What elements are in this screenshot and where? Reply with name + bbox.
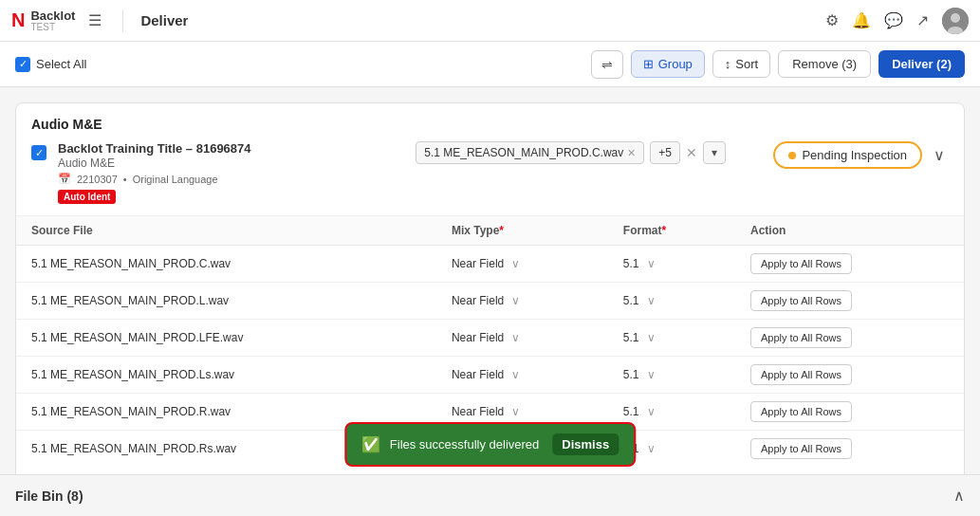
avatar[interactable]	[942, 8, 969, 34]
file-meta: 📅 2210307 • Original Language	[58, 173, 404, 185]
col-mix-type: Mix Type*	[436, 216, 608, 246]
col-source-file: Source File	[16, 216, 436, 246]
file-bin-bar: File Bin (8) ∧	[0, 474, 980, 516]
mix-value: Near Field	[452, 294, 504, 307]
chip-clear-icon[interactable]: ✕	[686, 145, 697, 160]
file-entry: ✓ Backlot Training Title – 81696874 Audi…	[31, 141, 949, 204]
chip-label: 5.1 ME_REASON_MAIN_PROD.C.wav	[424, 146, 623, 159]
apply-all-button[interactable]: Apply to All Rows	[750, 327, 852, 348]
chip-more[interactable]: +5	[650, 141, 680, 164]
file-title: Backlot Training Title – 81696874	[58, 141, 404, 156]
file-info: Backlot Training Title – 81696874 Audio …	[58, 141, 404, 204]
file-bin-chevron-icon[interactable]: ∧	[953, 487, 965, 505]
cell-action: Apply to All Rows	[735, 246, 964, 283]
chat-icon[interactable]: 💬	[884, 11, 903, 29]
group-button[interactable]: ⊞ Group	[631, 50, 705, 78]
sort-icon: ↕	[725, 57, 731, 71]
apply-all-button[interactable]: Apply to All Rows	[750, 290, 852, 311]
select-all-label: Select All	[36, 57, 86, 71]
remove-button[interactable]: Remove (3)	[778, 50, 871, 78]
apply-all-button[interactable]: Apply to All Rows	[750, 401, 852, 422]
cell-action: Apply to All Rows	[735, 320, 964, 357]
cell-format: 5.1 ∨	[608, 320, 735, 357]
cell-mix-type: Near Field ∨	[436, 357, 608, 394]
cell-action: Apply to All Rows	[735, 283, 964, 320]
cell-format: 5.1 ∨	[608, 283, 735, 320]
deliver-button[interactable]: Deliver (2)	[878, 50, 965, 78]
chip-dropdown[interactable]: ▾	[703, 141, 726, 164]
group-icon: ⊞	[643, 57, 654, 71]
cell-source-file: 5.1 ME_REASON_MAIN_PROD.L.wav	[16, 283, 436, 320]
dropdown-icon-2[interactable]: ∨	[647, 368, 656, 381]
app-logo[interactable]: N Backlot TEST	[11, 9, 75, 32]
toast-dismiss-button[interactable]: Dismiss	[552, 433, 619, 455]
table-row: 5.1 ME_REASON_MAIN_PROD.L.wav Near Field…	[16, 283, 964, 320]
bell-icon[interactable]: 🔔	[852, 11, 871, 29]
format-value: 5.1	[623, 331, 639, 344]
cell-action: Apply to All Rows	[735, 357, 964, 394]
col-format: Format*	[608, 216, 735, 246]
format-value: 5.1	[623, 368, 639, 381]
file-date: 2210307	[77, 174, 118, 185]
mix-value: Near Field	[452, 257, 504, 270]
separator: •	[123, 174, 127, 185]
table-header-row: Source File Mix Type* Format* Action	[16, 216, 964, 246]
nav-divider	[122, 9, 123, 32]
mix-value: Near Field	[452, 405, 504, 418]
dropdown-icon-2[interactable]: ∨	[647, 442, 656, 455]
status-dot	[788, 152, 796, 159]
group-label: Group	[658, 57, 693, 71]
dropdown-icon[interactable]: ∨	[511, 257, 520, 270]
required-indicator-2: *	[662, 224, 667, 237]
col-action: Action	[735, 216, 964, 246]
dropdown-icon[interactable]: ∨	[511, 405, 520, 418]
table-row: 5.1 ME_REASON_MAIN_PROD.C.wav Near Field…	[16, 246, 964, 283]
file-checkbox[interactable]: ✓	[31, 143, 46, 160]
sort-label: Sort	[735, 57, 758, 71]
dropdown-icon[interactable]: ∨	[511, 294, 520, 307]
apply-all-button[interactable]: Apply to All Rows	[750, 253, 852, 274]
top-nav: N Backlot TEST ☰ Deliver ⚙ 🔔 💬 ↗	[0, 0, 980, 42]
mix-value: Near Field	[452, 368, 504, 381]
external-link-icon[interactable]: ↗	[916, 11, 929, 29]
status-badge: Pending Inspection	[773, 141, 922, 169]
format-value: 5.1	[623, 405, 639, 418]
apply-all-button[interactable]: Apply to All Rows	[750, 364, 852, 385]
dropdown-icon[interactable]: ∨	[511, 331, 520, 344]
file-bin-label: File Bin (8)	[15, 488, 83, 504]
file-chip-main[interactable]: 5.1 ME_REASON_MAIN_PROD.C.wav ✕	[416, 141, 644, 164]
cell-mix-type: Near Field ∨	[436, 246, 608, 283]
select-all-checkbox[interactable]: ✓	[15, 57, 30, 72]
cell-format: 5.1 ∨	[608, 246, 735, 283]
brand-info: Backlot TEST	[30, 9, 75, 32]
dropdown-icon-2[interactable]: ∨	[647, 257, 656, 270]
expand-icon[interactable]: ∨	[930, 142, 949, 168]
file-chips: 5.1 ME_REASON_MAIN_PROD.C.wav ✕ +5 ✕ ▾	[416, 141, 762, 164]
cell-source-file: 5.1 ME_REASON_MAIN_PROD.LFE.wav	[16, 320, 436, 357]
dropdown-icon-2[interactable]: ∨	[647, 405, 656, 418]
chip-close-icon[interactable]: ✕	[627, 147, 636, 159]
file-subtitle: Audio M&E	[58, 157, 404, 170]
format-value: 5.1	[623, 294, 639, 307]
dropdown-icon-2[interactable]: ∨	[647, 294, 656, 307]
sort-button[interactable]: ↕ Sort	[712, 50, 770, 78]
hamburger-icon[interactable]: ☰	[84, 8, 105, 33]
cell-source-file: 5.1 ME_REASON_MAIN_PROD.Ls.wav	[16, 357, 436, 394]
format-value: 5.1	[623, 257, 639, 270]
svg-point-1	[951, 13, 960, 23]
auto-ident-tag: Auto Ident	[58, 190, 116, 204]
dropdown-icon[interactable]: ∨	[511, 368, 520, 381]
settings-icon[interactable]: ⚙	[825, 11, 839, 29]
filter-button[interactable]: ⇌	[591, 50, 623, 79]
cell-action: Apply to All Rows	[735, 394, 964, 431]
netflix-icon: N	[11, 9, 25, 31]
table-row: 5.1 ME_REASON_MAIN_PROD.LFE.wav Near Fie…	[16, 320, 964, 357]
page-title: Deliver	[140, 12, 188, 28]
nav-icons: ⚙ 🔔 💬 ↗	[825, 8, 969, 34]
cell-mix-type: Near Field ∨	[436, 283, 608, 320]
status-area: Pending Inspection ∨	[773, 141, 949, 169]
apply-all-button[interactable]: Apply to All Rows	[750, 438, 852, 459]
select-all[interactable]: ✓ Select All	[15, 57, 86, 72]
dropdown-icon-2[interactable]: ∨	[647, 331, 656, 344]
status-label: Pending Inspection	[802, 148, 907, 162]
